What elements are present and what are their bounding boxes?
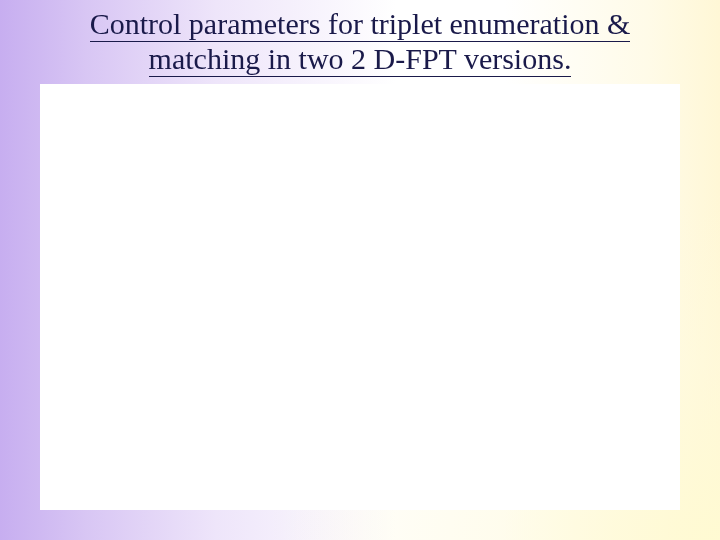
- slide: Control parameters for triplet enumerati…: [0, 0, 720, 540]
- slide-title: Control parameters for triplet enumerati…: [0, 6, 720, 77]
- title-line-2: matching in two 2 D-FPT versions.: [149, 42, 572, 77]
- content-placeholder: [40, 84, 680, 510]
- title-line-1: Control parameters for triplet enumerati…: [90, 7, 631, 42]
